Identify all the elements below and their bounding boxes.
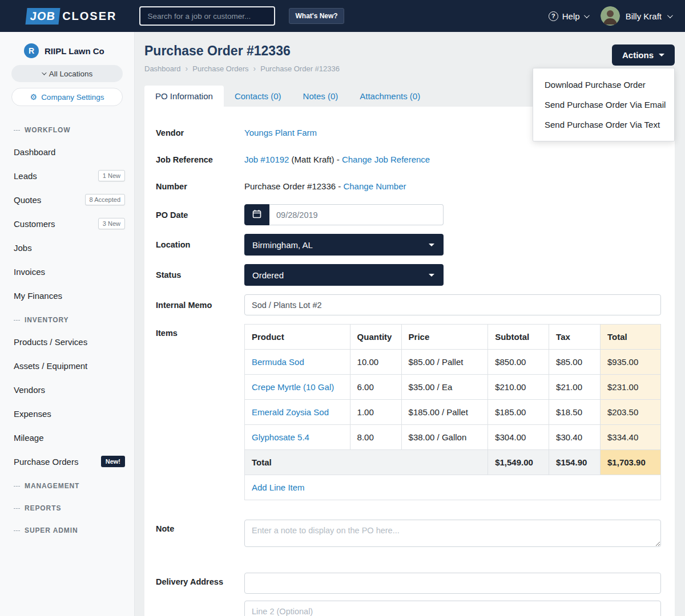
table-total-row: Total $1,549.00 $154.90 $1,703.90 [245,450,661,475]
help-label: Help [562,11,580,21]
customers-badge: 3 New [98,218,125,229]
sidebar-section-super-admin[interactable]: SUPER ADMIN [0,518,134,540]
internal-memo-input[interactable] [244,294,661,315]
section-dash [14,530,20,531]
sidebar-section-reports[interactable]: REPORTS [0,496,134,518]
tab-po-information[interactable]: PO Information [144,86,224,107]
menu-item-send-po-email[interactable]: Send Purchase Order Via Email [533,95,674,115]
items-table-header: Product Quantity Price Subtotal Tax Tota… [245,325,661,350]
add-line-item-row: Add Line Item [245,475,661,500]
actions-dropdown-menu: Download Purchase Order Send Purchase Or… [533,68,675,141]
product-link[interactable]: Glyphosate 5.4 [252,432,309,442]
price-cell: $38.00 / Gallon [401,425,488,450]
sidebar-item-jobs[interactable]: Jobs [0,236,134,260]
sidebar-section-management[interactable]: MANAGEMENT [0,473,134,496]
sidebar-section-inventory[interactable]: INVENTORY [0,307,134,330]
delivery-address-line2-input[interactable] [244,601,661,616]
sidebar-item-purchase-orders[interactable]: Purchase Orders New! [0,449,134,473]
subtotal-cell: $850.00 [488,350,549,375]
breadcrumb-dashboard[interactable]: Dashboard [144,64,181,73]
sidebar-item-quotes[interactable]: Quotes 8 Accepted [0,188,134,212]
column-quantity: Quantity [350,325,401,350]
subtotal-cell: $304.00 [488,425,549,450]
vendor-label: Vendor [156,128,244,137]
po-number-value: Purchase Order #12336 - [244,181,341,191]
subtotal-cell: $185.00 [488,400,549,425]
tab-notes[interactable]: Notes (0) [292,86,349,107]
change-number-link[interactable]: Change Number [343,181,406,191]
sidebar-item-dashboard[interactable]: Dashboard [0,140,134,164]
vendor-link[interactable]: Youngs Plant Farm [244,128,317,137]
chevron-down-icon [42,70,46,75]
sidebar-item-products-services[interactable]: Products / Services [0,330,134,354]
product-link[interactable]: Bermuda Sod [252,357,304,367]
price-cell: $185.00 / Pallet [401,400,488,425]
top-bar: JOB CLOSER What's New? ? Help Billy Kraf… [0,0,685,32]
table-row: Emerald Zoysia Sod 1.00 $185.00 / Pallet… [245,400,661,425]
product-link[interactable]: Emerald Zoysia Sod [252,407,329,417]
help-menu[interactable]: ? Help [549,11,588,21]
sidebar-item-expenses[interactable]: Expenses [0,402,134,425]
chevron-down-icon [584,13,590,18]
location-select[interactable]: Birmingham, AL [244,234,444,256]
menu-item-download-po[interactable]: Download Purchase Order [533,75,674,95]
tax-cell: $85.00 [549,350,601,375]
po-information-card: Vendor Youngs Plant Farm Job Reference J… [144,107,675,616]
sidebar-item-assets-equipment[interactable]: Assets / Equipment [0,354,134,378]
section-dash [14,320,20,321]
breadcrumb: Dashboard Purchase Orders Purchase Order… [144,64,340,73]
change-job-reference-link[interactable]: Change Job Reference [342,155,430,164]
app-logo[interactable]: JOB CLOSER [26,8,116,25]
total-cell: $231.00 [601,375,661,400]
quantity-cell: 1.00 [350,400,401,425]
total-cell: $334.40 [601,425,661,450]
price-cell: $85.00 / Pallet [401,350,488,375]
po-date-input[interactable] [269,204,444,225]
sidebar-item-invoices[interactable]: Invoices [0,260,134,283]
breadcrumb-purchase-orders[interactable]: Purchase Orders [192,64,248,73]
sidebar-item-my-finances[interactable]: My Finances [0,283,134,307]
avatar [601,6,620,26]
status-select[interactable]: Ordered [244,264,444,286]
tab-attachments[interactable]: Attachments (0) [349,86,431,107]
company-settings-label: Company Settings [41,93,104,102]
global-search-input[interactable] [139,6,275,26]
company-header[interactable]: R RIIPL Lawn Co [0,32,134,65]
sidebar-item-leads[interactable]: Leads 1 New [0,164,134,188]
column-price: Price [401,325,488,350]
all-locations-dropdown[interactable]: All Locations [11,65,123,82]
menu-item-send-po-text[interactable]: Send Purchase Order Via Text [533,115,674,135]
company-logo: R [24,43,39,58]
user-menu[interactable]: Billy Kraft [601,6,671,26]
status-label: Status [156,270,244,279]
whats-new-button[interactable]: What's New? [289,8,344,24]
logo-primary: JOB [25,8,60,25]
product-link[interactable]: Crepe Myrtle (10 Gal) [252,382,334,392]
items-label: Items [156,324,244,338]
company-name: RIIPL Lawn Co [45,46,104,56]
quantity-cell: 6.00 [350,375,401,400]
add-line-item-link[interactable]: Add Line Item [252,483,305,492]
calendar-button[interactable] [244,204,269,225]
sidebar-section-workflow[interactable]: WORKFLOW [0,117,134,140]
table-row: Crepe Myrtle (10 Gal) 6.00 $35.00 / Ea $… [245,375,661,400]
note-textarea[interactable] [244,520,661,547]
help-icon: ? [549,11,558,21]
page-title: Purchase Order #12336 [144,43,340,59]
status-value: Ordered [252,270,284,280]
sidebar-item-mileage[interactable]: Mileage [0,425,134,449]
tab-contacts[interactable]: Contacts (0) [224,86,292,107]
job-reference-link[interactable]: Job #10192 [244,155,289,164]
items-table: Product Quantity Price Subtotal Tax Tota… [244,324,661,500]
company-settings-button[interactable]: ⚙ Company Settings [11,88,123,106]
caret-down-icon [429,274,434,277]
delivery-address-line1-input[interactable] [244,573,661,594]
actions-button[interactable]: Actions [612,44,675,66]
location-value: Birmingham, AL [252,240,313,250]
sidebar-item-customers[interactable]: Customers 3 New [0,212,134,236]
sidebar-item-vendors[interactable]: Vendors [0,378,134,402]
purchase-orders-new-badge: New! [101,456,125,467]
sidebar: R RIIPL Lawn Co All Locations ⚙ Company … [0,32,135,616]
note-label: Note [156,520,244,533]
leads-badge: 1 New [98,170,125,181]
